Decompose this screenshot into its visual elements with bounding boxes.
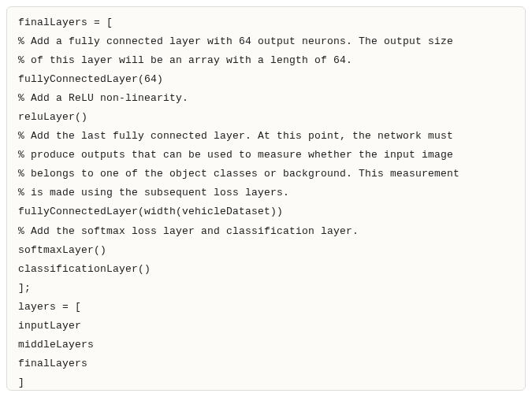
code-line: % is made using the subsequent loss laye… xyxy=(18,184,514,202)
code-line: middleLayers xyxy=(18,336,514,354)
code-line: ] xyxy=(18,373,514,391)
code-line: softmaxLayer() xyxy=(18,241,514,260)
code-line: inputLayer xyxy=(18,317,514,336)
code-line: ]; xyxy=(18,279,514,298)
code-line: fullyConnectedLayer(64) xyxy=(18,70,514,89)
code-line: % Add a fully connected layer with 64 ou… xyxy=(18,32,514,51)
code-block: finalLayers = [ % Add a fully connected … xyxy=(6,6,526,391)
code-line: % Add a ReLU non-linearity. xyxy=(18,89,514,108)
code-line: % Add the last fully connected layer. At… xyxy=(18,127,514,146)
code-line: classificationLayer() xyxy=(18,260,514,279)
code-line: finalLayers = [ xyxy=(18,13,514,32)
code-line: fullyConnectedLayer(width(vehicleDataset… xyxy=(18,202,514,221)
code-line: % of this layer will be an array with a … xyxy=(18,51,514,70)
code-line: layers = [ xyxy=(18,298,514,317)
code-line: % belongs to one of the object classes o… xyxy=(18,165,514,184)
code-line: finalLayers xyxy=(18,354,514,373)
code-line: % produce outputs that can be used to me… xyxy=(18,146,514,165)
code-line: reluLayer() xyxy=(18,108,514,127)
code-line: % Add the softmax loss layer and classif… xyxy=(18,222,514,241)
